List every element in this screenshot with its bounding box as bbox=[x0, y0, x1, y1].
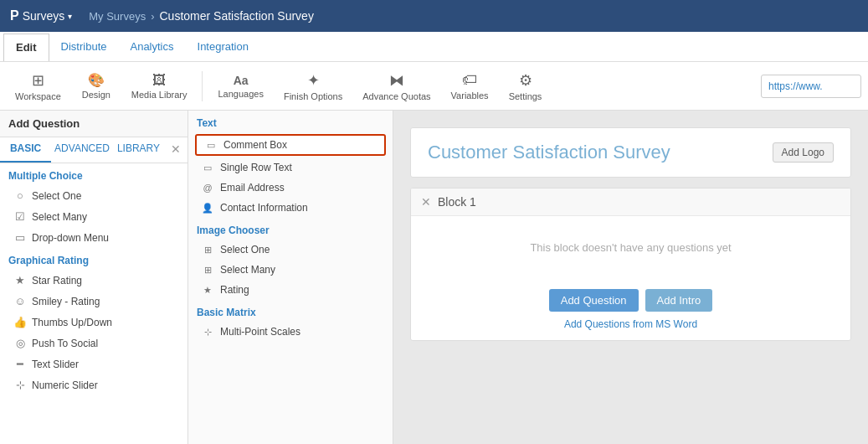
comment-box-item[interactable]: ▭ Comment Box bbox=[195, 134, 386, 156]
block-buttons: Add Question Add Intro bbox=[549, 289, 713, 312]
add-from-word-link[interactable]: Add Questions from MS Word bbox=[564, 318, 697, 330]
tab-distribute[interactable]: Distribute bbox=[49, 34, 119, 59]
variables-icon: 🏷 bbox=[462, 71, 477, 89]
list-item[interactable]: ☺ Smiley - Rating bbox=[0, 291, 187, 312]
tab-analytics[interactable]: Analytics bbox=[118, 34, 185, 59]
list-item[interactable]: ☑ Select Many bbox=[0, 206, 187, 227]
tab-basic[interactable]: BASIC bbox=[0, 137, 51, 163]
list-item[interactable]: ━ Text Slider bbox=[0, 354, 187, 374]
tab-library[interactable]: LIBRARY bbox=[113, 137, 164, 163]
middle-panel: Text ▭ Comment Box ▭ Single Row Text @ E… bbox=[188, 111, 393, 444]
comment-box-icon: ▭ bbox=[203, 140, 218, 151]
block-card: ✕ Block 1 This block doesn't have any qu… bbox=[410, 188, 851, 341]
list-item[interactable]: ★ Rating bbox=[188, 280, 393, 300]
image-select-one-icon: ⊞ bbox=[200, 245, 215, 256]
block-actions: Add Question Add Intro Add Questions fro… bbox=[411, 279, 850, 340]
breadcrumb: My Surveys › Customer Satisfaction Surve… bbox=[89, 9, 314, 23]
list-item[interactable]: ⊹ Multi-Point Scales bbox=[188, 322, 393, 342]
toolbar-separator-1 bbox=[202, 71, 203, 101]
list-item[interactable]: ⊹ Numeric Slider bbox=[0, 374, 187, 395]
panel-tabs: BASIC ADVANCED LIBRARY ✕ bbox=[0, 137, 187, 163]
left-panel: Add Question BASIC ADVANCED LIBRARY ✕ Mu… bbox=[0, 111, 188, 444]
languages-icon: Aa bbox=[234, 74, 249, 87]
survey-title: Customer Satisfaction Survey bbox=[428, 142, 670, 163]
design-icon: 🎨 bbox=[88, 72, 105, 88]
toolbar-languages[interactable]: Aa Languages bbox=[209, 69, 271, 104]
toolbar-media-library[interactable]: 🖼 Media Library bbox=[123, 68, 196, 105]
select-many-icon: ☑ bbox=[13, 210, 27, 223]
toolbar-finish-options[interactable]: ✦ Finish Options bbox=[275, 66, 351, 106]
dropdown-menu-icon: ▭ bbox=[13, 231, 27, 244]
breadcrumb-separator: › bbox=[151, 10, 154, 23]
survey-header-card: Customer Satisfaction Survey Add Logo bbox=[410, 127, 851, 178]
tab-edit[interactable]: Edit bbox=[3, 34, 49, 61]
basic-matrix-section-title: Basic Matrix bbox=[188, 300, 393, 322]
block-title: Block 1 bbox=[438, 195, 476, 209]
list-item[interactable]: 👤 Contact Information bbox=[188, 198, 393, 218]
text-slider-icon: ━ bbox=[13, 358, 27, 370]
toolbar-workspace[interactable]: ⊞ Workspace bbox=[7, 66, 69, 106]
main-layout: Add Question BASIC ADVANCED LIBRARY ✕ Mu… bbox=[0, 111, 868, 444]
list-item[interactable]: ▭ Drop-down Menu bbox=[0, 227, 187, 248]
list-item[interactable]: ★ Star Rating bbox=[0, 270, 187, 291]
survey-url-input[interactable] bbox=[761, 75, 861, 98]
survey-canvas: Customer Satisfaction Survey Add Logo ✕ … bbox=[393, 111, 868, 444]
list-item[interactable]: ⊞ Select One bbox=[188, 240, 393, 260]
finish-options-icon: ✦ bbox=[307, 71, 320, 90]
image-rating-icon: ★ bbox=[200, 285, 215, 296]
toolbar-settings[interactable]: ⚙ Settings bbox=[501, 66, 551, 106]
surveys-dropdown-icon: ▾ bbox=[68, 12, 72, 21]
tab-advanced[interactable]: ADVANCED bbox=[51, 137, 113, 163]
app-name[interactable]: Surveys ▾ bbox=[23, 9, 73, 23]
list-item[interactable]: 👍 Thumbs Up/Down bbox=[0, 312, 187, 333]
list-item[interactable]: ▭ Single Row Text bbox=[188, 157, 393, 178]
breadcrumb-parent[interactable]: My Surveys bbox=[89, 10, 146, 23]
numeric-slider-icon: ⊹ bbox=[13, 379, 27, 391]
close-panel-button[interactable]: ✕ bbox=[164, 137, 187, 163]
tab-integration[interactable]: Integration bbox=[186, 34, 260, 59]
image-select-many-icon: ⊞ bbox=[200, 265, 215, 276]
app-logo: P bbox=[10, 8, 19, 23]
media-library-icon: 🖼 bbox=[152, 73, 166, 88]
push-to-social-icon: ◎ bbox=[13, 337, 27, 349]
graphical-rating-section-title: Graphical Rating bbox=[0, 248, 187, 270]
advance-quotas-icon: ⧓ bbox=[389, 71, 404, 90]
breadcrumb-current: Customer Satisfaction Survey bbox=[160, 9, 314, 23]
toolbar-advance-quotas[interactable]: ⧓ Advance Quotas bbox=[354, 66, 439, 106]
toolbar: ⊞ Workspace 🎨 Design 🖼 Media Library Aa … bbox=[0, 62, 868, 111]
settings-icon: ⚙ bbox=[519, 71, 532, 90]
add-logo-button[interactable]: Add Logo bbox=[773, 142, 834, 163]
add-intro-button[interactable]: Add Intro bbox=[645, 289, 713, 312]
single-row-text-icon: ▭ bbox=[200, 163, 215, 173]
multiple-choice-section-title: Multiple Choice bbox=[0, 163, 187, 185]
image-chooser-section-title: Image Chooser bbox=[188, 218, 393, 240]
multi-point-scales-icon: ⊹ bbox=[200, 327, 215, 338]
toolbar-design[interactable]: 🎨 Design bbox=[73, 67, 120, 105]
block-header: ✕ Block 1 bbox=[411, 188, 850, 216]
thumbs-updown-icon: 👍 bbox=[13, 316, 27, 328]
workspace-icon: ⊞ bbox=[32, 71, 44, 90]
toolbar-variables[interactable]: 🏷 Variables bbox=[443, 66, 497, 106]
add-question-button[interactable]: Add Question bbox=[549, 289, 639, 312]
smiley-rating-icon: ☺ bbox=[13, 295, 27, 307]
list-item[interactable]: ⊞ Select Many bbox=[188, 260, 393, 280]
list-item[interactable]: @ Email Address bbox=[188, 178, 393, 198]
select-one-icon: ○ bbox=[13, 189, 27, 202]
star-rating-icon: ★ bbox=[13, 274, 27, 287]
list-item[interactable]: ○ Select One bbox=[0, 185, 187, 206]
contact-info-icon: 👤 bbox=[200, 203, 215, 214]
secondary-nav: Edit Distribute Analytics Integration bbox=[0, 32, 868, 62]
add-question-header: Add Question bbox=[0, 111, 187, 137]
top-bar: P Surveys ▾ My Surveys › Customer Satisf… bbox=[0, 0, 868, 32]
email-address-icon: @ bbox=[200, 183, 215, 193]
block-empty-message: This block doesn't have any questions ye… bbox=[411, 216, 850, 279]
text-section-title: Text bbox=[188, 111, 393, 132]
list-item[interactable]: ◎ Push To Social bbox=[0, 333, 187, 354]
block-collapse-icon[interactable]: ✕ bbox=[421, 195, 431, 209]
